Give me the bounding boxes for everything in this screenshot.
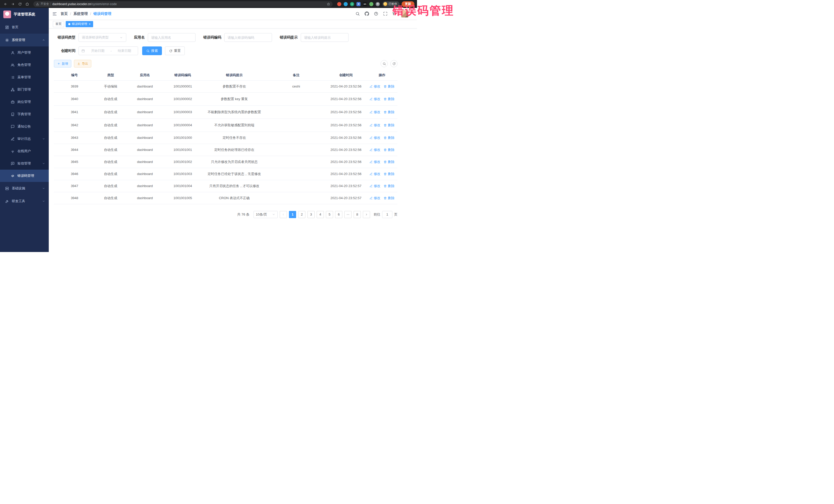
menu-item-label: 菜单管理 (18, 75, 31, 80)
reset-button[interactable]: 重置 (165, 46, 185, 55)
sidebar-item-dev-tools[interactable]: 研发工具 (0, 195, 49, 207)
fullscreen-button[interactable] (383, 12, 388, 16)
sidebar-item-sms-mgmt[interactable]: 短信管理 (0, 157, 49, 170)
search-button[interactable] (355, 12, 360, 16)
address-bar[interactable]: 不安全 dashboard.yudao.iocoder.cn/system/er… (34, 1, 333, 7)
delete-link[interactable]: 删除 (383, 148, 394, 152)
app-logo[interactable]: 芋道管理系统 (0, 8, 49, 21)
extension-grid-icon[interactable]: ⊞ (356, 2, 360, 6)
sidebar-item-notice[interactable]: 通知公告 (0, 120, 49, 133)
breadcrumb-item[interactable]: 系统管理 (73, 12, 88, 16)
profile-avatar-icon (383, 2, 387, 6)
sidebar-item-menu-mgmt[interactable]: 菜单管理 (0, 71, 49, 83)
pager-more-button[interactable] (344, 211, 352, 218)
bookmark-star-button[interactable] (325, 1, 332, 7)
sidebar-item-audit-log[interactable]: 审计日志 (0, 133, 49, 145)
sidebar-item-post-mgmt[interactable]: 岗位管理 (0, 96, 49, 108)
sidebar-item-dict-mgmt[interactable]: 字典管理 (0, 108, 49, 120)
table-row: 3939手动编辑dashboard1001000001参数配置不存在ceshi2… (54, 80, 397, 92)
delete-link[interactable]: 删除 (383, 172, 394, 176)
cell-app-name: dashboard (126, 92, 164, 106)
pager-next-button[interactable] (363, 211, 370, 218)
search-button[interactable]: 搜索 (142, 46, 162, 55)
cell-app-name: dashboard (126, 132, 164, 144)
browser-back-button[interactable] (3, 1, 9, 7)
pager-page-button[interactable]: 3 (307, 211, 314, 218)
cell-id: 3940 (54, 92, 95, 106)
help-button[interactable] (374, 12, 378, 16)
app-name-input[interactable] (148, 33, 196, 42)
page-size-select[interactable]: 10条/页 (254, 211, 278, 218)
error-message-input[interactable] (301, 33, 349, 42)
breadcrumb-item[interactable]: 首页 (61, 12, 68, 16)
edit-link[interactable]: 修改 (370, 184, 380, 188)
error-code-input[interactable] (224, 33, 272, 42)
hamburger-icon (52, 12, 57, 16)
pager-page-button[interactable]: 8 (354, 211, 361, 218)
sidebar-item-system-mgmt[interactable]: 系统管理 (0, 34, 49, 46)
refresh-table-button[interactable] (390, 60, 397, 67)
cell-created-time: 2021-04-20 23:52:56 (325, 156, 367, 168)
edit-link[interactable]: 修改 (370, 196, 380, 200)
delete-icon (383, 124, 387, 127)
edit-link[interactable]: 修改 (370, 84, 380, 89)
toggle-search-button[interactable] (380, 60, 388, 67)
extension-blue-drop-icon[interactable] (344, 2, 348, 6)
error-type-select[interactable]: 请选择错误码类型 (79, 33, 126, 42)
delete-link[interactable]: 删除 (383, 160, 394, 164)
cell-app-name: dashboard (126, 144, 164, 156)
page-jump-input[interactable] (382, 211, 392, 218)
edit-link[interactable]: 修改 (370, 172, 380, 176)
github-button[interactable] (365, 12, 369, 16)
delete-link[interactable]: 删除 (383, 196, 394, 200)
pager-prev-button[interactable] (280, 211, 287, 218)
edit-link[interactable]: 修改 (370, 123, 380, 128)
sidebar-item-infrastructure[interactable]: 基础设施 (0, 182, 49, 195)
delete-link[interactable]: 删除 (383, 184, 394, 188)
sidebar-collapse-button[interactable] (52, 12, 57, 16)
sidebar-item-role-mgmt[interactable]: 角色管理 (0, 59, 49, 71)
browser-reload-button[interactable] (17, 1, 23, 7)
extension-leaf-icon[interactable] (369, 2, 373, 6)
delete-icon (383, 85, 387, 88)
edit-link[interactable]: 修改 (370, 135, 380, 140)
edit-link[interactable]: 修改 (370, 160, 380, 164)
org-tree-icon (11, 88, 15, 92)
edit-link[interactable]: 修改 (370, 97, 380, 101)
pager-page-button[interactable]: 6 (335, 211, 342, 218)
close-icon[interactable]: × (89, 23, 91, 26)
app-title: 芋道管理系统 (14, 12, 35, 17)
refresh-icon (392, 62, 396, 65)
delete-link[interactable]: 删除 (383, 97, 394, 101)
extension-red-dot-icon[interactable] (337, 2, 341, 6)
extension-on-badge-icon[interactable]: on (363, 2, 367, 6)
cell-remark (267, 180, 325, 192)
edit-link[interactable]: 修改 (370, 110, 380, 114)
sidebar-item-dept-mgmt[interactable]: 部门管理 (0, 83, 49, 96)
add-button[interactable]: 新增 (54, 60, 71, 67)
start-date-placeholder: 开始日期 (87, 48, 109, 53)
delete-link[interactable]: 删除 (383, 123, 394, 128)
date-range-picker[interactable]: 开始日期 - 结束日期 (79, 46, 138, 55)
delete-link[interactable]: 删除 (383, 110, 394, 114)
edit-link[interactable]: 修改 (370, 148, 380, 152)
cell-created-time: 2021-04-20 23:52:57 (325, 192, 367, 204)
sidebar-item-home[interactable]: 首页 (0, 21, 49, 34)
browser-home-button[interactable] (24, 1, 30, 7)
sidebar-item-user-mgmt[interactable]: 用户管理 (0, 46, 49, 59)
pager-page-button[interactable]: 4 (317, 211, 324, 218)
sidebar-item-online-users[interactable]: 在线用户 (0, 145, 49, 157)
tag-error-code[interactable]: 错误码管理× (66, 21, 93, 27)
pager-page-button[interactable]: 5 (326, 211, 333, 218)
pager-page-button[interactable]: 2 (298, 211, 305, 218)
delete-link[interactable]: 删除 (383, 84, 394, 89)
extension-green-check-icon[interactable]: v (350, 2, 354, 6)
pager-page-button[interactable]: 1 (289, 211, 296, 218)
export-button[interactable]: 导出 (74, 60, 91, 67)
cell-error-code: 1001000002 (164, 92, 201, 106)
tag-home[interactable]: 首页 (53, 21, 64, 27)
browser-forward-button[interactable] (10, 1, 16, 7)
sidebar-item-error-code[interactable]: 错误码管理 (0, 170, 49, 182)
extension-pin-icon[interactable]: ⌘ (376, 2, 380, 6)
delete-link[interactable]: 删除 (383, 135, 394, 140)
